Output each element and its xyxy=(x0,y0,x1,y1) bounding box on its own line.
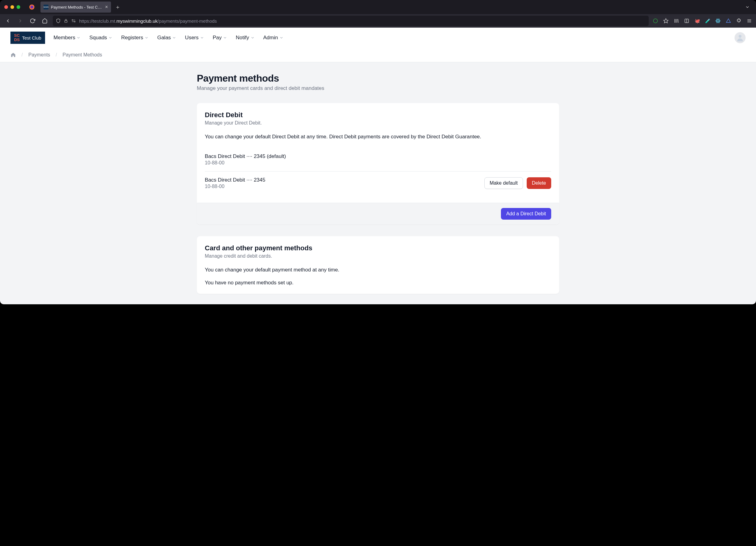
svg-marker-18 xyxy=(726,19,731,22)
bookmark-star-icon[interactable] xyxy=(663,18,669,24)
extensions-icon[interactable] xyxy=(736,18,742,24)
add-direct-debit-button[interactable]: Add a Direct Debit xyxy=(501,208,551,219)
tabs-list-button[interactable] xyxy=(741,5,754,10)
section-title-cards: Card and other payment methods xyxy=(205,244,551,252)
new-tab-button[interactable]: ＋ xyxy=(113,3,122,11)
user-avatar[interactable] xyxy=(735,32,746,43)
back-button[interactable] xyxy=(4,17,12,25)
breadcrumb-separator: / xyxy=(21,52,23,58)
svg-point-7 xyxy=(653,19,658,23)
url-text: https://testclub.mt.myswimmingclub.uk/pa… xyxy=(79,18,646,24)
svg-point-22 xyxy=(739,35,741,38)
dd-item-sortcode: 10-88-00 xyxy=(205,160,286,166)
main-nav: SCDS Test Club Members Squads Registers … xyxy=(0,28,756,48)
ext-icon-4[interactable] xyxy=(715,18,721,24)
brand-logo[interactable]: SCDS Test Club xyxy=(10,32,45,44)
chevron-down-icon xyxy=(223,36,227,40)
section-title-direct-debit: Direct Debit xyxy=(205,111,551,119)
app-menu-icon[interactable] xyxy=(746,18,752,24)
svg-point-15 xyxy=(716,20,720,22)
delete-button[interactable]: Delete xyxy=(527,177,551,189)
chevron-down-icon xyxy=(250,36,255,40)
cards-empty-text: You have no payment methods set up. xyxy=(205,280,551,286)
ext-icon-3[interactable]: 🧪 xyxy=(704,18,711,24)
direct-debit-item: Bacs Direct Debit ···· 2345 10-88-00 Mak… xyxy=(205,171,551,195)
svg-rect-2 xyxy=(65,21,67,22)
dd-item-sortcode: 10-88-00 xyxy=(205,184,265,189)
brand-mark-icon: SCDS xyxy=(14,33,20,42)
shield-icon xyxy=(56,18,61,23)
nav-registers[interactable]: Registers xyxy=(121,35,149,41)
reload-button[interactable] xyxy=(28,17,37,25)
nav-squads[interactable]: Squads xyxy=(89,35,113,41)
brand-name: Test Club xyxy=(22,35,41,40)
reader-icon[interactable] xyxy=(684,18,690,24)
svg-point-1 xyxy=(30,6,33,9)
chevron-down-icon xyxy=(172,36,176,40)
tab-favicon: SCDS xyxy=(44,5,48,10)
library-icon[interactable] xyxy=(673,18,679,24)
tab-close-icon[interactable]: × xyxy=(105,5,108,10)
breadcrumb-payment-methods[interactable]: Payment Methods xyxy=(63,52,102,58)
page-title: Payment methods xyxy=(197,73,559,84)
window-maximize-icon[interactable] xyxy=(17,5,20,9)
dd-item-title: Bacs Direct Debit ···· 2345 xyxy=(205,177,265,183)
chevron-down-icon xyxy=(76,36,81,40)
section-subtitle-cards: Manage credit and debit cards. xyxy=(205,253,551,259)
window-minimize-icon[interactable] xyxy=(10,5,14,9)
chevron-down-icon xyxy=(200,36,204,40)
forward-button[interactable] xyxy=(16,17,25,25)
nav-admin[interactable]: Admin xyxy=(263,35,284,41)
nav-users[interactable]: Users xyxy=(185,35,204,41)
nav-members[interactable]: Members xyxy=(54,35,81,41)
breadcrumb: / Payments / Payment Methods xyxy=(0,48,756,62)
permissions-icon xyxy=(71,18,76,23)
home-icon xyxy=(10,52,16,58)
page-subtitle: Manage your payment cards and direct deb… xyxy=(197,85,559,91)
direct-debit-card: Direct Debit Manage your Direct Debit. Y… xyxy=(197,103,559,224)
breadcrumb-separator: / xyxy=(56,52,57,58)
make-default-button[interactable]: Make default xyxy=(484,177,523,189)
svg-point-4 xyxy=(74,21,75,22)
ext-icon-5[interactable] xyxy=(725,18,731,24)
svg-point-3 xyxy=(72,20,73,21)
chevron-down-icon xyxy=(108,36,113,40)
chevron-down-icon xyxy=(144,36,149,40)
svg-line-12 xyxy=(678,19,678,23)
window-controls xyxy=(2,5,23,9)
cards-section-card: Card and other payment methods Manage cr… xyxy=(197,236,559,294)
nav-galas[interactable]: Galas xyxy=(157,35,176,41)
chevron-down-icon xyxy=(279,36,284,40)
direct-debit-description: You can change your default Direct Debit… xyxy=(205,134,551,140)
lock-icon xyxy=(64,19,68,23)
svg-marker-8 xyxy=(664,19,668,23)
breadcrumb-payments[interactable]: Payments xyxy=(28,52,50,58)
browser-tab-active[interactable]: SCDS Payment Methods - Test Club M × xyxy=(40,2,111,13)
tab-title: Payment Methods - Test Club M xyxy=(51,5,103,10)
nav-pay[interactable]: Pay xyxy=(213,35,227,41)
section-subtitle-direct-debit: Manage your Direct Debit. xyxy=(205,120,551,126)
browser-tab-bar: SCDS Payment Methods - Test Club M × ＋ xyxy=(0,0,756,14)
nav-notify[interactable]: Notify xyxy=(236,35,254,41)
firefox-icon xyxy=(26,4,38,10)
ext-icon-2[interactable]: 🐙 xyxy=(694,18,700,24)
cards-description: You can change your default payment meth… xyxy=(205,267,551,273)
window-close-icon[interactable] xyxy=(4,5,8,9)
dd-item-title: Bacs Direct Debit ···· 2345 (default) xyxy=(205,153,286,159)
browser-toolbar: https://testclub.mt.myswimmingclub.uk/pa… xyxy=(0,14,756,28)
direct-debit-item-default: Bacs Direct Debit ···· 2345 (default) 10… xyxy=(205,147,551,171)
ext-icon-1[interactable] xyxy=(652,18,659,24)
home-button[interactable] xyxy=(40,17,49,25)
breadcrumb-home[interactable] xyxy=(10,52,16,58)
url-bar[interactable]: https://testclub.mt.myswimmingclub.uk/pa… xyxy=(53,16,649,26)
